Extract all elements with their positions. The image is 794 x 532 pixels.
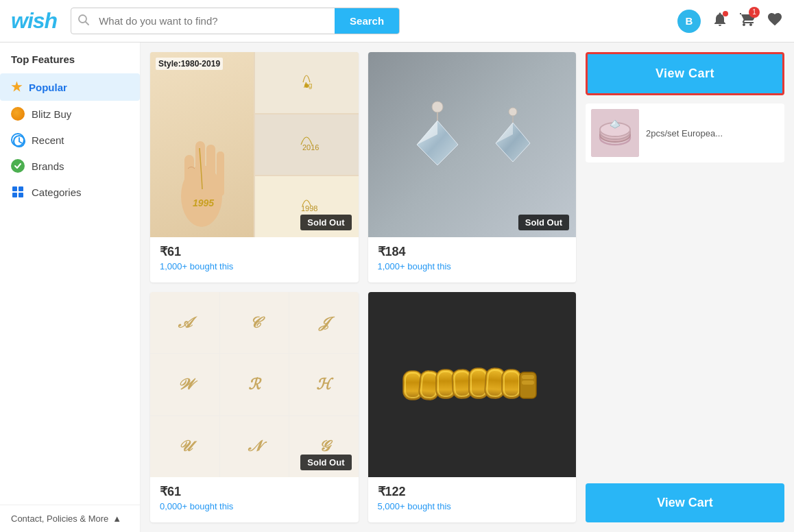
svg-rect-9 xyxy=(184,155,194,196)
cart-item-ring[interactable]: 2pcs/set Europea... xyxy=(586,104,784,162)
svg-rect-5 xyxy=(19,186,23,191)
right-panel: View Cart 2pcs/s xyxy=(586,52,784,522)
svg-line-1 xyxy=(86,22,88,25)
svg-text:1998: 1998 xyxy=(301,204,317,213)
svg-rect-12 xyxy=(217,152,224,196)
svg-rect-11 xyxy=(206,145,215,196)
notification-dot xyxy=(723,11,728,16)
sold-out-badge-1: Sold Out xyxy=(300,215,351,230)
product-info-4: ₹122 5,000+ bought this xyxy=(368,477,577,518)
sold-out-badge-3: Sold Out xyxy=(300,455,351,470)
svg-rect-4 xyxy=(12,186,17,191)
brands-icon xyxy=(11,159,25,173)
categories-icon xyxy=(11,185,25,199)
svg-rect-42 xyxy=(522,380,534,385)
product-image-2: Sold Out xyxy=(368,52,577,237)
product-image-4 xyxy=(368,292,577,477)
content-area: Style:1980-2019 19 xyxy=(141,43,794,532)
logo[interactable]: wish xyxy=(11,8,57,34)
product-info-3: ₹61 0,000+ bought this xyxy=(150,477,359,518)
product-card-2[interactable]: Sold Out ₹184 1,000+ bought this xyxy=(368,52,577,282)
product-card-3[interactable]: 𝒜 𝒞 𝒥 𝒲 ℛ ℋ 𝒰 𝒩 𝒢 Sold Out ₹61 0,000+ xyxy=(150,292,359,522)
product-info-2: ₹184 1,000+ bought this xyxy=(368,237,577,278)
svg-point-18 xyxy=(432,101,443,112)
sidebar-section-title: Top Features xyxy=(0,53,140,73)
view-cart-button-bottom[interactable]: View Cart xyxy=(586,483,784,522)
letters-collage: 𝒜 𝒞 𝒥 𝒲 ℛ ℋ 𝒰 𝒩 𝒢 xyxy=(150,292,359,477)
sidebar-label-blitz: Blitz Buy xyxy=(32,108,71,120)
recent-icon xyxy=(11,133,25,147)
product-price-4: ₹122 xyxy=(378,484,567,499)
star-icon: ★ xyxy=(11,80,22,95)
svg-point-22 xyxy=(509,108,517,116)
header: wish Search B 1 xyxy=(0,0,794,43)
sidebar-item-brands[interactable]: Brands xyxy=(0,153,140,179)
main-layout: Top Features ★ Popular Blitz Buy Recent xyxy=(0,43,794,532)
search-button[interactable]: Search xyxy=(335,8,399,34)
sidebar-label-recent: Recent xyxy=(32,134,64,146)
sidebar-item-popular[interactable]: ★ Popular xyxy=(0,73,140,101)
right-panel-spacer xyxy=(586,171,784,475)
product-sold-3: 0,000+ bought this xyxy=(160,501,349,511)
search-icon xyxy=(71,14,96,28)
svg-text:Ag: Ag xyxy=(304,82,312,89)
product-card-1[interactable]: Style:1980-2019 19 xyxy=(150,52,359,282)
cart-icon[interactable]: 1 xyxy=(739,11,756,32)
svg-point-3 xyxy=(12,160,24,172)
search-input[interactable] xyxy=(96,10,335,32)
blitz-icon xyxy=(11,107,25,121)
chevron-up-icon: ▲ xyxy=(112,513,121,524)
search-bar: Search xyxy=(71,8,400,34)
style-tag: Style:1980-2019 xyxy=(156,58,223,70)
product-sold-4: 5,000+ bought this xyxy=(378,501,567,511)
product-grid: Style:1980-2019 19 xyxy=(150,52,576,522)
notification-icon[interactable] xyxy=(712,11,728,32)
sidebar-item-blitz-buy[interactable]: Blitz Buy xyxy=(0,101,140,127)
sidebar-footer[interactable]: Contact, Policies & More ▲ xyxy=(0,505,140,532)
product-sold-1: 1,000+ bought this xyxy=(160,261,349,271)
svg-point-0 xyxy=(79,15,86,23)
product-image-1: Style:1980-2019 19 xyxy=(150,52,359,237)
sidebar-item-categories[interactable]: Categories xyxy=(0,179,140,205)
view-cart-button-top[interactable]: View Cart xyxy=(586,52,784,95)
svg-rect-6 xyxy=(12,193,17,197)
cart-item-image xyxy=(591,109,639,157)
svg-rect-10 xyxy=(195,141,205,196)
sold-out-badge-2: Sold Out xyxy=(518,215,569,230)
sidebar-label-brands: Brands xyxy=(32,160,64,172)
product-sold-2: 1,000+ bought this xyxy=(378,261,567,271)
cart-item-name: 2pcs/set Europea... xyxy=(646,128,723,138)
svg-text:1995: 1995 xyxy=(193,197,214,208)
svg-text:2016: 2016 xyxy=(302,143,319,152)
svg-rect-7 xyxy=(19,193,23,197)
product-image-3: 𝒜 𝒞 𝒥 𝒲 ℛ ℋ 𝒰 𝒩 𝒢 Sold Out xyxy=(150,292,359,477)
avatar[interactable]: B xyxy=(677,10,701,33)
svg-rect-41 xyxy=(522,375,534,379)
sidebar-item-recent[interactable]: Recent xyxy=(0,127,140,153)
cart-badge: 1 xyxy=(749,7,760,18)
product-price-3: ₹61 xyxy=(160,484,349,499)
header-icons: B 1 xyxy=(677,10,783,33)
footer-label: Contact, Policies & More xyxy=(11,513,108,524)
sidebar-label-popular: Popular xyxy=(29,82,67,93)
product-price-1: ₹61 xyxy=(160,244,349,259)
sidebar-label-categories: Categories xyxy=(32,186,82,198)
product-price-2: ₹184 xyxy=(378,244,567,259)
wishlist-icon[interactable] xyxy=(767,11,783,32)
product-info-1: ₹61 1,000+ bought this xyxy=(150,237,359,278)
sidebar: Top Features ★ Popular Blitz Buy Recent xyxy=(0,43,141,532)
product-card-4[interactable]: ₹122 5,000+ bought this xyxy=(368,292,577,522)
